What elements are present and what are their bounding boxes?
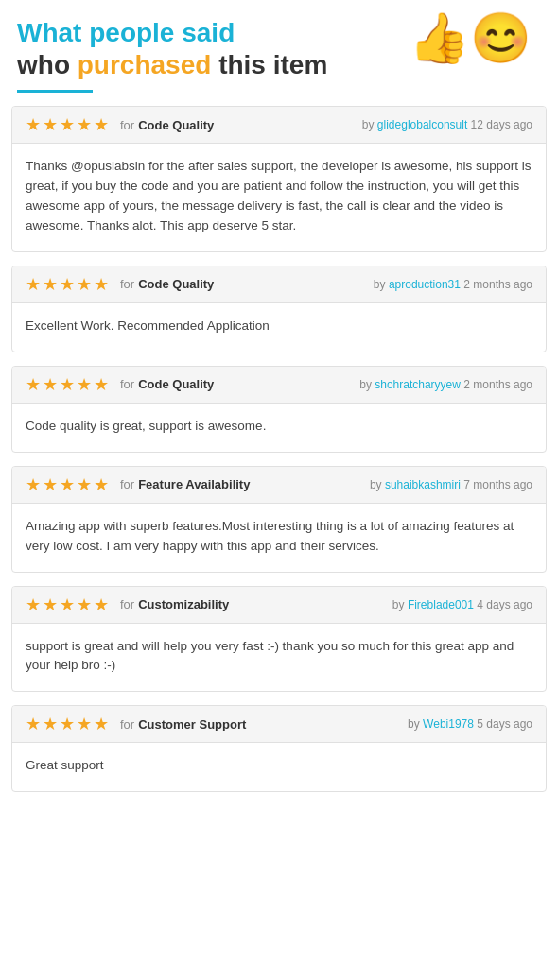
review-time: 12 days ago	[471, 118, 532, 131]
star-icon: ★	[77, 376, 92, 393]
review-meta: by suhaibkashmiri 7 months ago	[370, 478, 532, 491]
for-label: for	[120, 477, 134, 491]
star-icon: ★	[26, 116, 41, 133]
star-icon: ★	[43, 596, 58, 613]
review-header-left: ★★★★★ for Code Quality	[26, 276, 214, 293]
star-icon: ★	[94, 596, 109, 613]
title-line2-highlight: purchased	[78, 50, 212, 79]
review-body: Code quality is great, support is awesom…	[12, 404, 546, 452]
review-time: 4 days ago	[477, 598, 532, 611]
by-label: by	[374, 278, 389, 291]
star-icon: ★	[60, 376, 75, 393]
review-card: ★★★★★ for Code Quality by aproduction31 …	[11, 266, 547, 352]
page-title: What people said who purchased this item	[17, 17, 409, 80]
star-icon: ★	[94, 116, 109, 133]
header-divider	[17, 90, 93, 93]
star-icon: ★	[77, 715, 92, 732]
review-meta: by Fireblade001 4 days ago	[392, 598, 532, 611]
star-icon: ★	[26, 715, 41, 732]
star-icon: ★	[26, 596, 41, 613]
star-icon: ★	[94, 376, 109, 393]
review-category: Code Quality	[138, 118, 214, 132]
review-category: Customizability	[138, 597, 229, 611]
star-icon: ★	[60, 276, 75, 293]
review-card: ★★★★★ for Code Quality by glideglobalcon…	[11, 106, 547, 252]
by-label: by	[359, 378, 375, 391]
for-label: for	[120, 377, 134, 391]
header-title-block: What people said who purchased this item	[17, 17, 409, 80]
review-category: Code Quality	[138, 277, 214, 291]
review-card: ★★★★★ for Customer Support by Webi1978 5…	[11, 705, 547, 792]
review-time: 2 months ago	[463, 378, 532, 391]
review-time: 7 months ago	[463, 478, 532, 491]
star-icon: ★	[94, 715, 109, 732]
for-label: for	[120, 717, 134, 731]
by-label: by	[408, 717, 423, 731]
review-time: 2 months ago	[463, 278, 532, 291]
reviewer-username[interactable]: suhaibkashmiri	[385, 478, 461, 491]
review-card: ★★★★★ for Code Quality by shohratcharyye…	[11, 366, 547, 453]
review-header: ★★★★★ for Customer Support by Webi1978 5…	[12, 706, 546, 743]
review-meta: by Webi1978 5 days ago	[408, 717, 532, 731]
reviewer-username[interactable]: Fireblade001	[408, 598, 474, 611]
review-header-left: ★★★★★ for Customizability	[26, 596, 229, 613]
review-meta: by shohratcharyyew 2 months ago	[359, 378, 532, 391]
review-header: ★★★★★ for Code Quality by aproduction31 …	[12, 266, 546, 303]
review-header: ★★★★★ for Feature Availability by suhaib…	[12, 467, 546, 504]
star-rating: ★★★★★	[26, 376, 109, 393]
star-rating: ★★★★★	[26, 116, 109, 133]
star-icon: ★	[77, 276, 92, 293]
review-body: support is great and will help you very …	[12, 624, 546, 692]
by-label: by	[392, 598, 408, 611]
star-icon: ★	[43, 116, 58, 133]
review-header: ★★★★★ for Code Quality by shohratcharyye…	[12, 367, 546, 404]
review-header: ★★★★★ for Customizability by Fireblade00…	[12, 587, 546, 624]
star-icon: ★	[26, 276, 41, 293]
star-icon: ★	[94, 476, 109, 493]
star-icon: ★	[60, 116, 75, 133]
review-body: Excellent Work. Recommended Application	[12, 303, 546, 352]
review-header-left: ★★★★★ for Customer Support	[26, 715, 246, 732]
review-meta: by glideglobalconsult 12 days ago	[362, 118, 532, 131]
star-icon: ★	[60, 476, 75, 493]
for-label: for	[120, 277, 134, 291]
title-line1: What people said	[17, 18, 235, 47]
smiley-emoji: 👍😊	[409, 13, 532, 62]
star-icon: ★	[60, 715, 75, 732]
star-icon: ★	[77, 116, 92, 133]
star-icon: ★	[60, 596, 75, 613]
review-header-left: ★★★★★ for Code Quality	[26, 376, 214, 393]
star-icon: ★	[43, 476, 58, 493]
review-body: Amazing app with superb features.Most in…	[12, 504, 546, 572]
review-header-left: ★★★★★ for Feature Availability	[26, 476, 250, 493]
review-time: 5 days ago	[477, 717, 532, 731]
review-header-left: ★★★★★ for Code Quality	[26, 116, 214, 133]
review-category: Code Quality	[138, 377, 214, 391]
star-icon: ★	[43, 376, 58, 393]
reviewer-username[interactable]: aproduction31	[389, 278, 461, 291]
reviewer-username[interactable]: glideglobalconsult	[377, 118, 467, 131]
review-body: Thanks @opuslabsin for the after sales s…	[12, 144, 546, 251]
star-rating: ★★★★★	[26, 276, 109, 293]
review-card: ★★★★★ for Customizability by Fireblade00…	[11, 586, 547, 693]
star-rating: ★★★★★	[26, 476, 109, 493]
reviewer-username[interactable]: shohratcharyyew	[375, 378, 461, 391]
for-label: for	[120, 597, 134, 611]
review-body: Great support	[12, 743, 546, 791]
review-category: Customer Support	[138, 717, 246, 731]
star-icon: ★	[26, 476, 41, 493]
star-icon: ★	[43, 715, 58, 732]
star-icon: ★	[94, 276, 109, 293]
star-icon: ★	[77, 476, 92, 493]
title-line2-suffix: this item	[211, 50, 327, 79]
reviews-list: ★★★★★ for Code Quality by glideglobalcon…	[0, 106, 558, 824]
star-icon: ★	[26, 376, 41, 393]
review-header: ★★★★★ for Code Quality by glideglobalcon…	[12, 107, 546, 144]
reviewer-username[interactable]: Webi1978	[423, 717, 474, 731]
review-meta: by aproduction31 2 months ago	[374, 278, 532, 291]
review-category: Feature Availability	[138, 477, 250, 491]
star-icon: ★	[43, 276, 58, 293]
by-label: by	[370, 478, 385, 491]
star-rating: ★★★★★	[26, 596, 109, 613]
for-label: for	[120, 118, 134, 132]
